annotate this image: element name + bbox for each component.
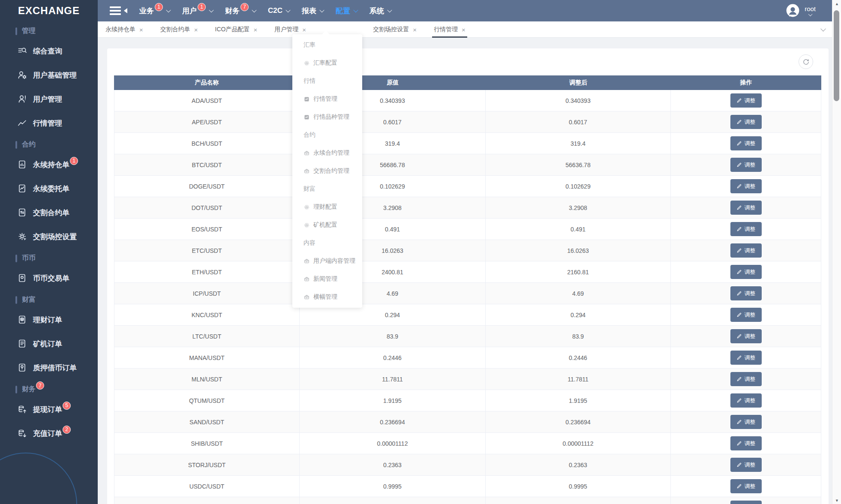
sidebar-item[interactable]: 矿机订单 [0,332,98,356]
cell-original-value: 1.9195 [300,390,486,411]
adjust-button[interactable]: 调整 [730,308,762,322]
adjust-button[interactable]: 调整 [730,436,762,450]
cell-actions: 调整 [671,304,821,325]
data-table: 产品名称原值调整后操作 ADA/USDT 0.340393 0.340393 调… [114,75,821,504]
tab[interactable]: 交割合约单 × [160,21,198,38]
adjust-button[interactable]: 调整 [730,501,762,504]
dropdown-item[interactable]: 永续合约管理 [292,144,362,162]
scrollbar-thumb[interactable] [834,10,839,101]
sidebar-item-label: 质押借币订单 [33,363,77,373]
adjust-button[interactable]: 调整 [730,479,762,493]
adjust-button[interactable]: 调整 [730,458,762,472]
section-accent-bar [15,255,17,262]
sidebar-item[interactable]: 交割合约单 [0,201,98,225]
sidebar-item[interactable]: 质押借币订单 [0,356,98,380]
section-accent-bar [15,141,17,149]
cell-actions: 调整 [671,433,821,454]
cell-adjusted-value: 0.102629 [486,176,671,197]
cell-adjusted-value: 0.9995 [486,476,671,497]
scroll-up-icon[interactable] [832,2,841,6]
nav-item[interactable]: 业务1 [139,6,170,16]
adjust-button[interactable]: 调整 [730,243,762,258]
dropdown-item[interactable]: 矿机配置 [292,216,362,234]
nav-item-label: 配置 [336,6,350,16]
user-menu[interactable]: root [785,0,816,21]
adjust-button[interactable]: 调整 [730,415,762,429]
dropdown-item[interactable]: 理财配置 [292,198,362,216]
edit-pencil-icon [736,141,742,146]
adjust-button[interactable]: 调整 [730,286,762,300]
nav-item[interactable]: 配置 [336,6,357,16]
adjust-button-label: 调整 [745,97,756,105]
refresh-button[interactable] [799,54,813,69]
close-tab-icon[interactable]: × [302,26,306,33]
hamburger-icon [110,5,121,17]
archive-icon [303,168,310,174]
scroll-down-icon[interactable] [832,498,841,503]
sidebar-item[interactable]: 用户基础管理 [0,63,98,87]
cell-product-name: BCH/USDT [114,133,300,154]
edit-pencil-icon [736,419,742,425]
adjust-button[interactable]: 调整 [730,393,762,408]
adjust-button[interactable]: 调整 [730,93,762,108]
dropdown-item[interactable]: 新闻管理 [292,270,362,288]
nav-item[interactable]: 财务7 [225,6,256,16]
tab[interactable]: 交割场控设置 × [373,21,417,38]
adjust-button[interactable]: 调整 [730,329,762,343]
section-accent-bar [15,27,17,35]
adjust-button[interactable]: 调整 [730,372,762,386]
archive-icon [303,258,310,264]
dropdown-item[interactable]: 横幅管理 [292,288,362,306]
dropdown-item[interactable]: 用户端内容管理 [292,252,362,270]
tab[interactable]: 行情管理 × [434,21,466,38]
sidebar-item[interactable]: 综合查询 [0,39,98,63]
adjust-button-label: 调整 [745,204,756,212]
sidebar-item[interactable]: 行情管理 [0,111,98,135]
cell-product-name: QTUM/USDT [114,390,300,411]
adjust-button[interactable]: 调整 [730,179,762,193]
cell-adjusted-value: 0.2446 [486,347,671,368]
tab[interactable]: 永续持仓单 × [105,21,143,38]
adjust-button[interactable]: 调整 [730,351,762,365]
sidebar-item[interactable]: 交割场控设置 [0,225,98,249]
tab[interactable]: ICO产品配置 × [215,21,258,38]
adjust-button[interactable]: 调整 [730,115,762,129]
close-tab-icon[interactable]: × [253,26,257,33]
dropdown-item[interactable]: 行情管理 [292,90,362,108]
adjust-button-label: 调整 [745,268,756,276]
dropdown-item[interactable]: 交割合约管理 [292,162,362,180]
sidebar-item-label: 充值订单 [33,429,62,438]
nav-item[interactable]: 系统 [369,6,391,16]
adjust-button-label: 调整 [745,161,756,169]
cell-adjusted-value: 0.6017 [486,111,671,132]
dropdown-item-label: 用户端内容管理 [313,257,355,265]
adjust-button[interactable]: 调整 [730,222,762,236]
nav-item[interactable]: 用户1 [182,6,213,16]
sidebar-item[interactable]: 提现订单5 [0,397,98,421]
cell-actions: 调整 [671,154,821,175]
nav-item[interactable]: 报表 [302,6,324,16]
sidebar-item[interactable]: 永续委托单 [0,177,98,201]
collapse-menu-button[interactable] [110,5,127,17]
close-tab-icon[interactable]: × [194,26,198,33]
adjust-button[interactable]: 调整 [730,201,762,215]
dropdown-item[interactable]: 行情品种管理 [292,108,362,126]
adjust-button[interactable]: 调整 [730,158,762,172]
chevron-down-icon [319,8,324,12]
sidebar-item[interactable]: 用户管理 [0,87,98,111]
table-row: ETH/USDT 2400.81 2160.81 调整 [114,261,821,283]
adjust-button[interactable]: 调整 [730,136,762,150]
scrollbar[interactable] [832,0,841,504]
edit-pencil-icon [736,291,742,296]
sidebar-item[interactable]: 理财订单 [0,308,98,332]
sidebar-item[interactable]: 充值订单2 [0,421,98,445]
sidebar-item[interactable]: 永续持仓单1 [0,153,98,177]
column-header: 调整后 [486,75,671,90]
nav-item[interactable]: C2C [268,6,290,15]
close-tab-icon[interactable]: × [462,26,466,33]
close-tab-icon[interactable]: × [413,26,417,33]
dropdown-item[interactable]: 汇率配置 [292,54,362,72]
adjust-button[interactable]: 调整 [730,265,762,279]
close-tab-icon[interactable]: × [139,26,143,33]
sidebar-item[interactable]: 币币交易单 [0,266,98,290]
